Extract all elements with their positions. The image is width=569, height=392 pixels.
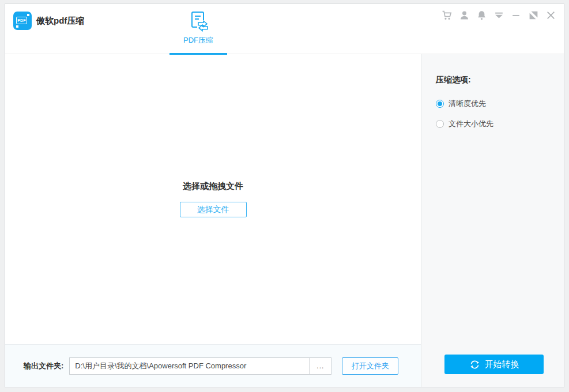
start-convert-button[interactable]: 开始转换 [444,355,544,374]
bell-icon[interactable] [476,10,487,21]
app-logo-text: PDF [16,17,27,24]
radio-option-clarity[interactable]: 清晰度优先 [436,99,564,109]
drop-hint-text: 选择或拖拽文件 [183,181,243,192]
main-column: 选择或拖拽文件 选择文件 输出文件夹: ... 打开文件夹 [5,54,421,387]
dropdown-icon[interactable] [493,10,504,21]
open-folder-button[interactable]: 打开文件夹 [342,357,398,375]
start-convert-label: 开始转换 [485,359,519,370]
app-logo-icon: PDF [13,12,32,30]
maximize-icon[interactable] [528,10,539,21]
logo-compress-mark [27,14,29,16]
sidebar: 压缩选项: 清晰度优先 文件大小优先 [421,54,564,387]
choose-file-button[interactable]: 选择文件 [180,202,247,217]
app-window: PDF 傲软pdf压缩 [5,3,564,387]
pdf-compress-icon [169,11,227,34]
app-title: 傲软pdf压缩 [36,16,84,27]
minimize-icon[interactable] [511,10,522,21]
compress-options-title: 压缩选项: [436,75,564,85]
browse-folder-button[interactable]: ... [309,358,331,374]
output-path-input[interactable] [70,358,309,374]
tab-label: PDF压缩 [169,35,227,46]
user-icon[interactable] [459,10,470,21]
radio-option-label: 文件大小优先 [449,119,493,129]
radio-unselected-icon [436,120,444,128]
cart-icon[interactable] [442,10,453,21]
header: PDF 傲软pdf压缩 [5,4,564,54]
file-drop-area[interactable]: 选择或拖拽文件 选择文件 [5,54,421,344]
app-brand: PDF 傲软pdf压缩 [13,12,84,30]
convert-refresh-icon [469,359,480,370]
tab-pdf-compress[interactable]: PDF压缩 [169,4,227,54]
content-area: 选择或拖拽文件 选择文件 输出文件夹: ... 打开文件夹 压缩选项: 清晰度优… [5,54,564,387]
radio-option-label: 清晰度优先 [449,99,486,109]
logo-compress-mark [16,25,18,28]
output-folder-label: 输出文件夹: [24,361,63,371]
system-icon-bar [435,10,556,21]
radio-option-filesize[interactable]: 文件大小优先 [436,119,564,129]
output-path-box: ... [69,357,331,375]
tab-active-underline [169,53,227,55]
radio-selected-icon [436,100,444,108]
close-icon[interactable] [545,10,556,21]
output-folder-bar: 输出文件夹: ... 打开文件夹 [5,344,421,387]
